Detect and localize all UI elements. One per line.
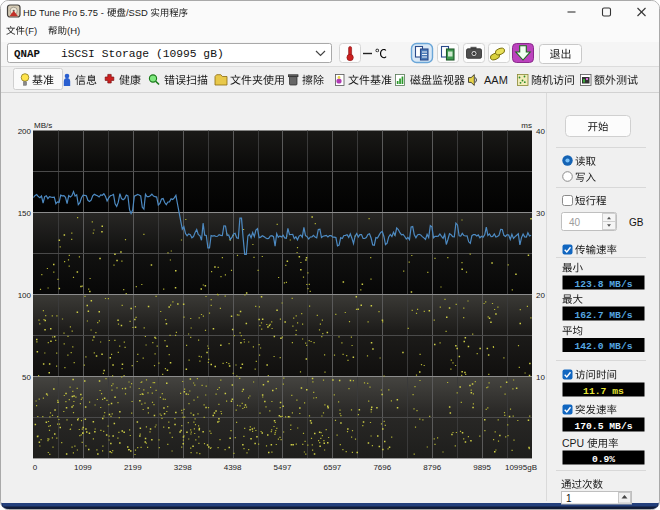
svg-text:20: 20 (536, 291, 545, 300)
svg-text:1099: 1099 (74, 463, 92, 472)
svg-text:QNAP: QNAP (14, 48, 40, 60)
svg-text:30: 30 (536, 209, 545, 218)
svg-text:1: 1 (566, 493, 572, 504)
svg-text:10995gB: 10995gB (505, 463, 537, 472)
svg-text:142.0 MB/s: 142.0 MB/s (574, 341, 632, 352)
svg-text:10: 10 (536, 373, 545, 382)
svg-text:AAM: AAM (484, 74, 508, 86)
svg-text:170.5 MB/s: 170.5 MB/s (574, 421, 632, 432)
svg-text:200: 200 (18, 127, 32, 136)
svg-text:ms: ms (521, 121, 532, 130)
svg-text:0: 0 (33, 463, 38, 472)
svg-text:162.7 MB/s: 162.7 MB/s (574, 310, 632, 321)
svg-text:MB/s: MB/s (34, 121, 52, 130)
svg-text:(F): (F) (25, 25, 37, 36)
svg-text:(H): (H) (67, 25, 80, 36)
svg-text:/SSD: /SSD (126, 7, 148, 18)
svg-text:5497: 5497 (274, 463, 292, 472)
svg-text:GB: GB (629, 217, 644, 228)
svg-text:40: 40 (536, 127, 545, 136)
svg-text:HD Tune Pro 5.75 -: HD Tune Pro 5.75 - (23, 7, 104, 18)
svg-text:CPU: CPU (562, 437, 584, 449)
svg-text:123.8 MB/s: 123.8 MB/s (574, 279, 632, 290)
svg-text:7696: 7696 (373, 463, 391, 472)
svg-text:iSCSI Storage (10995 gB): iSCSI Storage (10995 gB) (61, 48, 224, 60)
svg-text:3298: 3298 (174, 463, 192, 472)
svg-text:50: 50 (22, 373, 31, 382)
svg-text:9895: 9895 (473, 463, 491, 472)
svg-text:0.9%: 0.9% (592, 454, 615, 465)
svg-text:100: 100 (18, 291, 32, 300)
svg-text:4398: 4398 (224, 463, 242, 472)
svg-text:11.7 ms: 11.7 ms (583, 386, 624, 397)
svg-text:150: 150 (18, 209, 32, 218)
svg-text:2199: 2199 (124, 463, 142, 472)
svg-text:8796: 8796 (423, 463, 441, 472)
svg-text:6597: 6597 (324, 463, 342, 472)
svg-text:40: 40 (569, 217, 581, 228)
